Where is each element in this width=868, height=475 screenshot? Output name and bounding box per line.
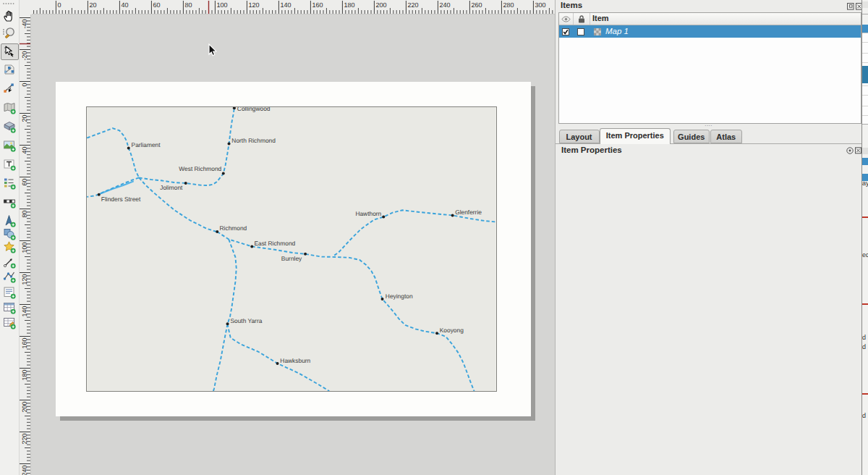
svg-text:Jolimont: Jolimont [160, 184, 183, 191]
svg-text:East Richmond: East Richmond [254, 240, 295, 247]
svg-text:40: 40 [121, 1, 128, 9]
svg-text:South Yarra: South Yarra [230, 317, 262, 324]
svg-text:Kooyong: Kooyong [440, 327, 464, 334]
svg-text:300: 300 [535, 1, 545, 9]
svg-text:260: 260 [471, 1, 482, 9]
svg-text:Hawksburn: Hawksburn [280, 357, 310, 364]
svg-text:Parliament: Parliament [132, 141, 161, 148]
svg-text:60: 60 [21, 179, 28, 186]
svg-text:20: 20 [89, 1, 96, 9]
svg-text:Hawthorn: Hawthorn [355, 210, 381, 217]
svg-text:West Richmond: West Richmond [179, 165, 221, 172]
svg-text:Collingwood: Collingwood [237, 107, 271, 112]
svg-text:120: 120 [248, 1, 259, 9]
svg-text:280: 280 [503, 1, 514, 9]
svg-text:Burnley: Burnley [281, 255, 302, 262]
svg-text:160: 160 [312, 1, 323, 9]
svg-text:180: 180 [344, 1, 354, 9]
svg-text:Flinders Street: Flinders Street [101, 196, 141, 203]
svg-text:Richmond: Richmond [220, 224, 247, 232]
svg-text:Heyington: Heyington [386, 293, 413, 300]
svg-text:200: 200 [375, 1, 386, 9]
svg-text:140: 140 [280, 1, 291, 9]
svg-text:40: 40 [21, 147, 28, 154]
svg-text:Glenferrie: Glenferrie [455, 209, 482, 216]
svg-text:0: 0 [57, 1, 61, 9]
svg-text:100: 100 [216, 1, 227, 9]
svg-text:60: 60 [153, 1, 160, 9]
svg-text:80: 80 [184, 1, 192, 9]
svg-text:240: 240 [439, 1, 450, 9]
svg-text:North Richmond: North Richmond [231, 137, 276, 144]
svg-text:220: 220 [407, 1, 418, 9]
svg-text:20: 20 [21, 115, 28, 122]
svg-text:80: 80 [21, 211, 28, 218]
